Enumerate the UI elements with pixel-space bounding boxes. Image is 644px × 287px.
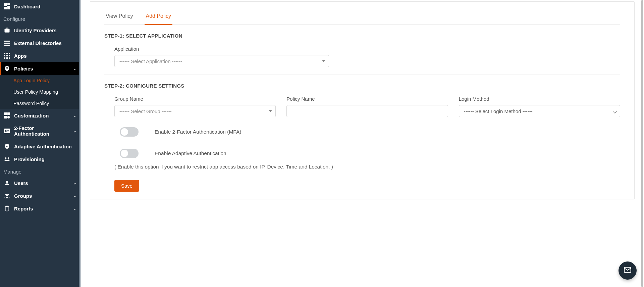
- sidebar-group-configure: Configure: [0, 13, 80, 24]
- customize-icon: [4, 112, 10, 118]
- sidebar-item-apps[interactable]: Apps: [0, 49, 80, 62]
- svg-rect-2: [7, 6, 10, 9]
- chevron-down-icon: ⌄: [73, 181, 76, 185]
- application-select[interactable]: ------ Select Application ------: [114, 55, 329, 67]
- step2-section: Group Name ------ Select Group ------ Po…: [104, 96, 620, 192]
- adaptive-toggle[interactable]: [120, 149, 139, 158]
- application-label: Application: [114, 46, 620, 52]
- adaptive-toggle-row: Enable Adaptive Authentication: [114, 149, 620, 158]
- user-icon: [4, 180, 10, 186]
- section-divider: [104, 75, 620, 75]
- sidebar-sub-label: App Login Policy: [13, 78, 50, 83]
- svg-point-24: [8, 157, 9, 159]
- svg-rect-10: [4, 55, 5, 56]
- svg-rect-4: [4, 41, 10, 42]
- policy-name-field: Policy Name: [286, 96, 448, 117]
- login-method-select[interactable]: ------ Select Login Method ------: [459, 105, 620, 117]
- svg-point-25: [6, 181, 8, 183]
- sidebar-item-label: Customization: [14, 113, 49, 118]
- sidebar-item-label: Adaptive Authentication: [14, 144, 72, 149]
- caret-down-icon: [269, 110, 272, 112]
- svg-rect-8: [6, 53, 8, 54]
- chevron-down-icon: ⌄: [73, 129, 76, 133]
- group-name-select[interactable]: ------ Select Group ------: [114, 105, 276, 117]
- main-content: View Policy Add Policy STEP-1: SELECT AP…: [80, 0, 644, 287]
- svg-point-23: [5, 157, 7, 159]
- sidebar-sub-password-policy[interactable]: Password Policy: [0, 98, 80, 109]
- svg-rect-9: [9, 53, 10, 54]
- list-icon: [4, 40, 10, 46]
- group-name-select-value: ------ Select Group ------: [119, 108, 172, 114]
- svg-rect-17: [7, 112, 10, 115]
- sidebar: Dashboard Configure Identity Providers E…: [0, 0, 80, 287]
- svg-rect-7: [4, 53, 5, 54]
- sidebar-item-reports[interactable]: Reports ⌄: [0, 202, 80, 215]
- adaptive-hint-wrap: ( Enable this option if you want to rest…: [114, 163, 349, 171]
- chevron-down-icon: ⌄: [73, 66, 76, 71]
- sidebar-item-external-directories[interactable]: External Directories: [0, 37, 80, 49]
- sidebar-item-label: Dashboard: [14, 4, 40, 9]
- step2-title: STEP-2: CONFIGURE SETTINGS: [104, 83, 620, 89]
- sidebar-sub-user-policy-mapping[interactable]: User Policy Mapping: [0, 86, 80, 98]
- mfa-toggle[interactable]: [120, 127, 139, 137]
- sidebar-item-label: Reports: [14, 206, 33, 211]
- svg-rect-18: [4, 116, 7, 118]
- sidebar-item-dashboard[interactable]: Dashboard: [0, 0, 80, 13]
- svg-rect-16: [4, 112, 7, 115]
- svg-rect-5: [4, 43, 10, 44]
- mfa-toggle-label: Enable 2-Factor Authentication (MFA): [155, 129, 241, 135]
- sidebar-item-identity-providers[interactable]: Identity Providers: [0, 24, 80, 37]
- sidebar-item-label: Identity Providers: [14, 28, 57, 33]
- svg-rect-20: [7, 116, 10, 118]
- settings-row: Group Name ------ Select Group ------ Po…: [114, 96, 620, 117]
- application-select-value: ------ Select Application ------: [119, 58, 182, 64]
- step1-title: STEP-1: SELECT APPLICATION: [104, 33, 620, 39]
- sidebar-item-customization[interactable]: Customization ⌄: [0, 109, 80, 122]
- support-fab[interactable]: [619, 261, 637, 280]
- svg-rect-14: [6, 57, 8, 59]
- login-method-label: Login Method: [459, 96, 620, 102]
- tab-view-policy[interactable]: View Policy: [104, 11, 135, 25]
- policy-name-label: Policy Name: [286, 96, 448, 102]
- svg-rect-3: [4, 7, 7, 9]
- policy-card: View Policy Add Policy STEP-1: SELECT AP…: [90, 1, 635, 199]
- sidebar-item-adaptive-auth[interactable]: Adaptive Authentication: [0, 140, 80, 153]
- caret-down-icon: [322, 60, 325, 62]
- policy-tabs: View Policy Add Policy: [104, 11, 620, 25]
- svg-text:123: 123: [5, 130, 9, 133]
- svg-rect-12: [9, 55, 10, 56]
- dashboard-icon: [4, 3, 10, 9]
- clipboard-icon: [4, 205, 10, 211]
- sidebar-item-label: Policies: [14, 66, 33, 71]
- step1-section: Application ------ Select Application --…: [104, 46, 620, 67]
- sidebar-item-label: Users: [14, 180, 28, 186]
- sidebar-sub-label: Password Policy: [13, 101, 49, 106]
- sidebar-sub-app-login-policy[interactable]: App Login Policy: [0, 75, 80, 86]
- sidebar-item-policies[interactable]: Policies ⌄: [0, 62, 80, 75]
- sidebar-item-groups[interactable]: Groups ⌄: [0, 189, 80, 202]
- apps-grid-icon: [4, 53, 10, 59]
- sidebar-item-label: Groups: [14, 193, 32, 199]
- sidebar-group-manage: Manage: [0, 165, 80, 177]
- id-card-icon: [4, 27, 10, 33]
- policy-name-input[interactable]: [286, 105, 448, 117]
- provisioning-icon: [4, 156, 10, 162]
- group-name-field: Group Name ------ Select Group ------: [114, 96, 276, 117]
- sidebar-item-label: External Directories: [14, 40, 62, 46]
- page-scrollbar[interactable]: [641, 0, 644, 287]
- groups-icon: [4, 193, 10, 199]
- sidebar-item-users[interactable]: Users ⌄: [0, 177, 80, 189]
- save-button[interactable]: Save: [114, 180, 139, 192]
- sidebar-item-provisioning[interactable]: Provisioning: [0, 153, 80, 165]
- sidebar-sub-label: User Policy Mapping: [13, 89, 58, 95]
- svg-rect-1: [7, 3, 10, 5]
- svg-rect-0: [4, 3, 7, 6]
- sidebar-item-label: 2-Factor Authentication: [14, 125, 69, 137]
- sidebar-item-label: Apps: [14, 53, 27, 59]
- svg-rect-15: [9, 57, 10, 59]
- tab-add-policy[interactable]: Add Policy: [145, 11, 173, 25]
- sidebar-item-two-factor[interactable]: 123 2-Factor Authentication ⌄: [0, 122, 80, 140]
- login-method-field: Login Method ------ Select Login Method …: [459, 96, 620, 117]
- group-name-label: Group Name: [114, 96, 276, 102]
- two-factor-icon: 123: [4, 128, 10, 134]
